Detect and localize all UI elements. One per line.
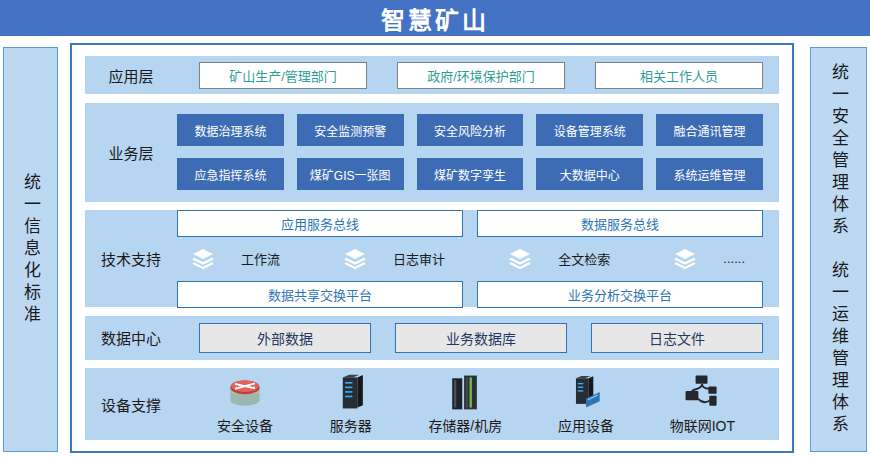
layers-icon [191,247,215,271]
equipment-label: 服务器 [330,415,372,435]
layer-tech-support-label: 技术支持 [85,248,177,269]
application-item-related-staff: 相关工作人员 [595,62,763,89]
middleware-label: 全文检索 [558,249,610,268]
layer-application-label: 应用层 [85,65,177,86]
equipment-items: 安全设备 服务器 [177,371,763,437]
layers-icon [508,247,532,271]
tech-support-items: 应用服务总线 数据服务总线 工作流 [177,210,763,308]
business-row-1: 数据治理系统 安全监测预警 安全风险分析 设备管理系统 融合通讯管理 [177,114,763,146]
layer-data-center-label: 数据中心 [85,327,177,348]
layer-business: 业务层 数据治理系统 安全监测预警 安全风险分析 设备管理系统 融合通讯管理 应… [85,103,779,202]
app-service-bus: 应用服务总线 [177,210,463,237]
equipment-iot: 物联网IOT [670,371,735,435]
business-item-system-ops: 系统运维管理 [656,158,763,190]
server-tower-icon [329,371,373,413]
business-item-risk-analysis: 安全风险分析 [417,114,524,146]
equipment-label: 安全设备 [217,415,273,435]
business-item-data-governance: 数据治理系统 [177,114,284,146]
business-row-2: 应急指挥系统 煤矿GIS一张图 煤矿数字孪生 大数据中心 系统运维管理 [177,158,763,190]
storage-rack-icon [443,371,487,413]
layers-icon [673,247,697,271]
middleware-label: 工作流 [241,249,280,268]
layer-equipment: 设备支撑 安全设备 [85,368,779,440]
page-title: 智慧矿山 [0,0,870,36]
business-item-digital-twin: 煤矿数字孪生 [417,158,524,190]
left-sidebar-label: 统一信息化标准 [22,173,39,327]
equipment-server: 服务器 [329,371,373,435]
business-item-safety-monitoring: 安全监测预警 [297,114,404,146]
business-item-emergency-command: 应急指挥系统 [177,158,284,190]
layer-business-label: 业务层 [85,142,177,163]
layer-application: 应用层 矿山生产/管理部门 政府/环境保护部门 相关工作人员 [85,56,779,94]
data-sharing-platform: 数据共享交换平台 [177,281,463,308]
iot-network-icon [679,371,725,413]
layer-tech-support: 技术支持 应用服务总线 数据服务总线 工作流 [85,210,779,307]
right-sidebar: 统一安全管理体系 统一运维管理体系 [810,47,867,452]
app-device-icon [564,371,608,413]
middleware-more: ...... [673,247,745,271]
middleware-workflow: 工作流 [191,247,280,271]
equipment-storage-room: 存储器/机房 [428,371,502,435]
data-service-bus: 数据服务总线 [477,210,763,237]
data-center-items: 外部数据 业务数据库 日志文件 [177,323,763,353]
right-sidebar-label-security: 统一安全管理体系 [830,63,847,239]
layers-icon [343,247,367,271]
layer-equipment-label: 设备支撑 [85,394,177,415]
middleware-fulltext-search: 全文检索 [508,247,610,271]
equipment-app-device: 应用设备 [558,371,614,435]
business-analysis-platform: 业务分析交换平台 [477,281,763,308]
business-item-big-data-center: 大数据中心 [536,158,643,190]
equipment-label: 物联网IOT [670,415,735,435]
application-items: 矿山生产/管理部门 政府/环境保护部门 相关工作人员 [177,62,763,89]
application-item-government: 政府/环境保护部门 [397,62,565,89]
middleware-row: 工作流 日志审计 [177,245,763,273]
equipment-security-device: 安全设备 [217,371,273,435]
application-item-mine-production: 矿山生产/管理部门 [199,62,367,89]
business-item-comm-management: 融合通讯管理 [656,114,763,146]
equipment-label: 应用设备 [558,415,614,435]
service-bus-row: 应用服务总线 数据服务总线 [177,210,763,237]
middleware-label: 日志审计 [393,249,445,268]
business-items: 数据治理系统 安全监测预警 安全风险分析 设备管理系统 融合通讯管理 应急指挥系… [177,114,763,190]
middleware-log-audit: 日志审计 [343,247,445,271]
data-item-external-data: 外部数据 [199,323,371,353]
left-sidebar: 统一信息化标准 [3,47,58,452]
security-router-icon [223,371,267,413]
middleware-label: ...... [723,251,745,266]
business-item-device-management: 设备管理系统 [536,114,643,146]
right-sidebar-label-ops: 统一运维管理体系 [830,261,847,437]
main-panel: 应用层 矿山生产/管理部门 政府/环境保护部门 相关工作人员 业务层 数据治理系… [70,43,794,453]
layer-data-center: 数据中心 外部数据 业务数据库 日志文件 [85,316,779,360]
exchange-platform-row: 数据共享交换平台 业务分析交换平台 [177,281,763,308]
data-item-log-files: 日志文件 [591,323,763,353]
data-item-business-db: 业务数据库 [395,323,567,353]
smart-mine-architecture-diagram: 智慧矿山 统一信息化标准 统一安全管理体系 统一运维管理体系 应用层 矿山生产/… [0,0,870,457]
business-item-gis-map: 煤矿GIS一张图 [297,158,404,190]
equipment-label: 存储器/机房 [428,415,502,435]
